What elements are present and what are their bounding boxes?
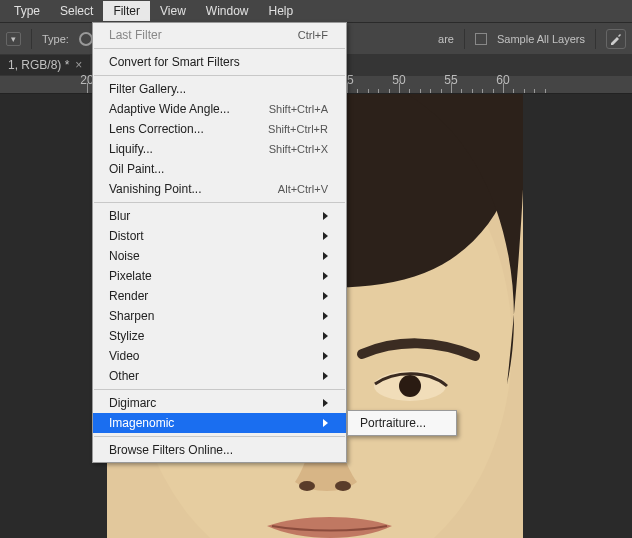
ruler-tick-label: 50 bbox=[392, 73, 405, 87]
menu-item-pixelate[interactable]: Pixelate bbox=[93, 266, 346, 286]
menu-item-label: Pixelate bbox=[109, 269, 152, 283]
menu-view[interactable]: View bbox=[150, 1, 196, 21]
sample-all-layers-checkbox[interactable] bbox=[475, 33, 487, 45]
menu-separator bbox=[94, 48, 345, 49]
menu-item-shortcut: Alt+Ctrl+V bbox=[278, 183, 328, 195]
menu-item-label: Adaptive Wide Angle... bbox=[109, 102, 230, 116]
menu-item-label: Sharpen bbox=[109, 309, 154, 323]
document-tab-label: 1, RGB/8) * bbox=[8, 58, 69, 72]
chevron-right-icon bbox=[323, 399, 328, 407]
menu-item-adaptive-wide-angle[interactable]: Adaptive Wide Angle...Shift+Ctrl+A bbox=[93, 99, 346, 119]
menu-separator bbox=[94, 202, 345, 203]
chevron-right-icon bbox=[323, 232, 328, 240]
menu-item-label: Digimarc bbox=[109, 396, 156, 410]
menu-select[interactable]: Select bbox=[50, 1, 103, 21]
menu-item-shortcut: Ctrl+F bbox=[298, 29, 328, 41]
menu-item-vanishing-point[interactable]: Vanishing Point...Alt+Ctrl+V bbox=[93, 179, 346, 199]
menu-item-blur[interactable]: Blur bbox=[93, 206, 346, 226]
menu-item-shortcut: Shift+Ctrl+R bbox=[268, 123, 328, 135]
menu-item-label: Blur bbox=[109, 209, 130, 223]
chevron-right-icon bbox=[323, 272, 328, 280]
menu-item-label: Video bbox=[109, 349, 139, 363]
menu-item-browse-filters-online[interactable]: Browse Filters Online... bbox=[93, 440, 346, 460]
chevron-right-icon bbox=[323, 332, 328, 340]
chevron-right-icon bbox=[323, 212, 328, 220]
menu-filter[interactable]: Filter bbox=[103, 1, 150, 21]
menu-window[interactable]: Window bbox=[196, 1, 259, 21]
sample-all-layers-label: Sample All Layers bbox=[497, 33, 585, 45]
chevron-right-icon bbox=[323, 372, 328, 380]
menu-item-label: Imagenomic bbox=[109, 416, 174, 430]
menu-item-render[interactable]: Render bbox=[93, 286, 346, 306]
menu-item-label: Noise bbox=[109, 249, 140, 263]
imagenomic-submenu: Portraiture... bbox=[347, 410, 457, 436]
chevron-right-icon bbox=[323, 292, 328, 300]
menu-item-label: Vanishing Point... bbox=[109, 182, 202, 196]
menu-item-distort[interactable]: Distort bbox=[93, 226, 346, 246]
menu-item-label: Render bbox=[109, 289, 148, 303]
menubar: TypeSelectFilterViewWindowHelp bbox=[0, 0, 632, 22]
menu-item-sharpen[interactable]: Sharpen bbox=[93, 306, 346, 326]
menu-item-oil-paint[interactable]: Oil Paint... bbox=[93, 159, 346, 179]
menu-separator bbox=[94, 436, 345, 437]
menu-item-label: Stylize bbox=[109, 329, 144, 343]
hidden-text-fragment: are bbox=[438, 33, 454, 45]
filter-menu: Last FilterCtrl+FConvert for Smart Filte… bbox=[92, 22, 347, 463]
type-label: Type: bbox=[42, 33, 69, 45]
submenu-item-portraiture[interactable]: Portraiture... bbox=[348, 413, 456, 433]
svg-point-7 bbox=[335, 481, 351, 491]
svg-point-5 bbox=[399, 375, 421, 397]
menu-item-label: Liquify... bbox=[109, 142, 153, 156]
menu-item-filter-gallery[interactable]: Filter Gallery... bbox=[93, 79, 346, 99]
menu-item-label: Other bbox=[109, 369, 139, 383]
menu-item-other[interactable]: Other bbox=[93, 366, 346, 386]
menu-item-label: Last Filter bbox=[109, 28, 162, 42]
menu-item-shortcut: Shift+Ctrl+X bbox=[269, 143, 328, 155]
menu-item-convert-for-smart-filters[interactable]: Convert for Smart Filters bbox=[93, 52, 346, 72]
ruler-tick-label: 60 bbox=[496, 73, 509, 87]
menu-item-digimarc[interactable]: Digimarc bbox=[93, 393, 346, 413]
ruler-tick-label: 55 bbox=[444, 73, 457, 87]
menu-item-stylize[interactable]: Stylize bbox=[93, 326, 346, 346]
close-icon[interactable]: × bbox=[75, 58, 82, 72]
menu-item-label: Filter Gallery... bbox=[109, 82, 186, 96]
menu-item-noise[interactable]: Noise bbox=[93, 246, 346, 266]
menu-separator bbox=[94, 389, 345, 390]
type-circle-icon[interactable] bbox=[79, 32, 93, 46]
menu-item-liquify[interactable]: Liquify...Shift+Ctrl+X bbox=[93, 139, 346, 159]
menu-item-label: Oil Paint... bbox=[109, 162, 164, 176]
svg-point-6 bbox=[299, 481, 315, 491]
menu-item-label: Lens Correction... bbox=[109, 122, 204, 136]
chevron-right-icon bbox=[323, 252, 328, 260]
menu-type[interactable]: Type bbox=[4, 1, 50, 21]
menu-item-last-filter[interactable]: Last FilterCtrl+F bbox=[93, 25, 346, 45]
menu-item-label: Browse Filters Online... bbox=[109, 443, 233, 457]
menu-help[interactable]: Help bbox=[259, 1, 304, 21]
chevron-right-icon bbox=[323, 352, 328, 360]
menu-item-label: Distort bbox=[109, 229, 144, 243]
dropdown-handle[interactable]: ▾ bbox=[6, 32, 21, 46]
brush-settings-icon[interactable] bbox=[606, 29, 626, 49]
menu-item-lens-correction[interactable]: Lens Correction...Shift+Ctrl+R bbox=[93, 119, 346, 139]
chevron-right-icon bbox=[323, 419, 328, 427]
menu-item-label: Convert for Smart Filters bbox=[109, 55, 240, 69]
menu-item-imagenomic[interactable]: Imagenomic bbox=[93, 413, 346, 433]
menu-separator bbox=[94, 75, 345, 76]
menu-item-video[interactable]: Video bbox=[93, 346, 346, 366]
document-tab[interactable]: 1, RGB/8) * × bbox=[0, 55, 90, 75]
menu-item-shortcut: Shift+Ctrl+A bbox=[269, 103, 328, 115]
chevron-right-icon bbox=[323, 312, 328, 320]
